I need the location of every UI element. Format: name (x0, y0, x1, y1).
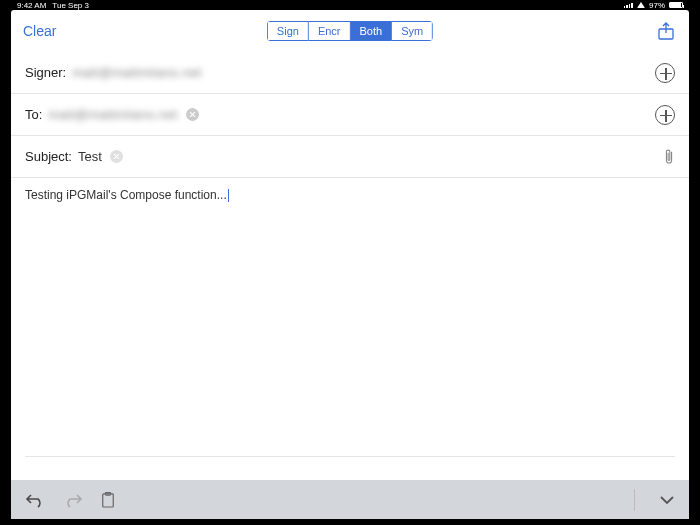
keyboard-assistant-bar (11, 480, 689, 519)
add-signer-button[interactable] (655, 63, 675, 83)
battery-percent: 97% (649, 1, 665, 10)
to-row: To: matt@mattmilano.net (11, 94, 689, 136)
body-divider (25, 456, 675, 457)
undo-button[interactable] (25, 492, 45, 508)
clear-button[interactable]: Clear (23, 23, 56, 39)
attachment-button[interactable] (663, 147, 675, 167)
clear-to-button[interactable] (186, 108, 199, 121)
compose-window: Clear Sign Encr Both Sym Signer: matt@ma… (11, 10, 689, 480)
status-bar: 9:42 AM Tue Sep 3 97% (11, 0, 689, 10)
svg-rect-1 (103, 493, 114, 506)
share-button[interactable] (657, 22, 675, 40)
clipboard-button[interactable] (101, 492, 115, 508)
signer-label: Signer: (25, 65, 66, 80)
text-cursor (228, 189, 229, 202)
keyboard-divider (634, 489, 635, 511)
segment-encr[interactable]: Encr (309, 21, 351, 41)
to-value[interactable]: matt@mattmilano.net (48, 107, 177, 122)
mode-segmented-control: Sign Encr Both Sym (267, 21, 433, 41)
toolbar: Clear Sign Encr Both Sym (11, 10, 689, 52)
cellular-signal-icon (624, 3, 633, 8)
signer-row: Signer: matt@mattmilano.net (11, 52, 689, 94)
clear-subject-button[interactable] (110, 150, 123, 163)
wifi-icon (637, 2, 645, 8)
segment-both[interactable]: Both (351, 21, 393, 41)
signer-value[interactable]: matt@mattmilano.net (72, 65, 201, 80)
dismiss-keyboard-button[interactable] (659, 495, 675, 505)
status-time: 9:42 AM (17, 1, 46, 10)
subject-value[interactable]: Test (78, 149, 102, 164)
segment-sign[interactable]: Sign (267, 21, 309, 41)
body-text: Testing iPGMail's Compose function... (25, 188, 227, 202)
battery-icon (669, 2, 683, 8)
subject-row: Subject: Test (11, 136, 689, 178)
segment-sym[interactable]: Sym (392, 21, 433, 41)
subject-label: Subject: (25, 149, 72, 164)
status-date: Tue Sep 3 (52, 1, 89, 10)
add-recipient-button[interactable] (655, 105, 675, 125)
message-body[interactable]: Testing iPGMail's Compose function... (11, 178, 689, 456)
redo-button[interactable] (63, 492, 83, 508)
to-label: To: (25, 107, 42, 122)
